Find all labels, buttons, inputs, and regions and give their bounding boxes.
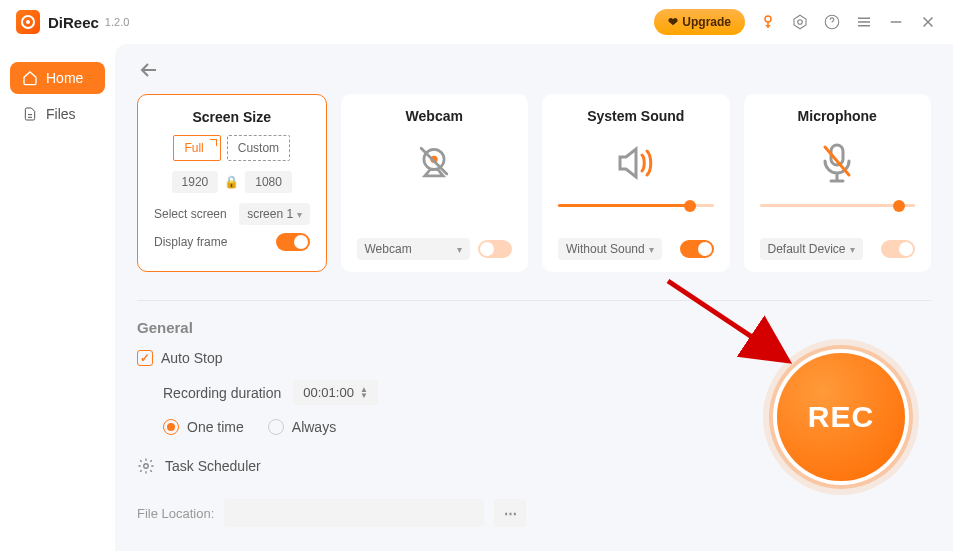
chevron-down-icon: ▾ [850, 244, 855, 255]
svg-point-0 [765, 16, 771, 22]
general-section-title: General [137, 319, 931, 336]
height-value[interactable]: 1080 [245, 171, 292, 193]
duration-spinner[interactable]: ▲▼ [360, 387, 368, 399]
webcam-off-icon [412, 141, 456, 185]
svg-marker-1 [794, 15, 806, 29]
upgrade-button[interactable]: ❤ Upgrade [654, 9, 745, 35]
always-radio[interactable]: Always [268, 419, 336, 435]
task-scheduler-label[interactable]: Task Scheduler [165, 458, 261, 474]
svg-point-2 [798, 20, 803, 25]
auto-stop-checkbox[interactable] [137, 350, 153, 366]
webcam-select[interactable]: Webcam▾ [357, 238, 471, 260]
key-icon[interactable] [759, 13, 777, 31]
file-browse-button[interactable]: ⋯ [494, 499, 526, 527]
system-sound-slider[interactable] [558, 204, 714, 207]
microphone-toggle[interactable] [881, 240, 915, 258]
sidebar-item-home[interactable]: Home [10, 62, 105, 94]
chevron-down-icon: ▾ [297, 209, 302, 220]
custom-size-button[interactable]: Custom [227, 135, 290, 161]
minimize-icon[interactable] [887, 13, 905, 31]
back-arrow-icon[interactable] [137, 58, 161, 82]
speaker-icon [612, 141, 660, 185]
main-panel: Screen Size Full Custom 1920 🔒 1080 Sele… [115, 44, 953, 551]
home-label: Home [46, 70, 83, 86]
full-size-button[interactable]: Full [173, 135, 220, 161]
screen-size-title: Screen Size [154, 109, 310, 125]
width-value[interactable]: 1920 [172, 171, 219, 193]
app-logo [16, 10, 40, 34]
heart-icon: ❤ [668, 15, 678, 29]
divider [137, 300, 931, 301]
microphone-card[interactable]: Microphone Default Device▾ [744, 94, 932, 272]
system-sound-toggle[interactable] [680, 240, 714, 258]
auto-stop-label: Auto Stop [161, 350, 223, 366]
system-sound-select[interactable]: Without Sound▾ [558, 238, 662, 260]
display-frame-label: Display frame [154, 235, 227, 249]
app-version: 1.2.0 [105, 16, 129, 28]
webcam-toggle[interactable] [478, 240, 512, 258]
upgrade-label: Upgrade [682, 15, 731, 29]
sidebar-item-files[interactable]: Files [10, 98, 105, 130]
chevron-down-icon: ▾ [457, 244, 462, 255]
menu-icon[interactable] [855, 13, 873, 31]
sidebar: Home Files [0, 44, 115, 551]
app-name: DiReec [48, 14, 99, 31]
lock-icon[interactable]: 🔒 [224, 175, 239, 189]
microphone-slider[interactable] [760, 204, 916, 207]
screen-size-card[interactable]: Screen Size Full Custom 1920 🔒 1080 Sele… [137, 94, 327, 272]
screen-select[interactable]: screen 1 ▾ [239, 203, 309, 225]
webcam-title: Webcam [357, 108, 513, 124]
recording-duration-label: Recording duration [163, 385, 281, 401]
system-sound-title: System Sound [558, 108, 714, 124]
microphone-title: Microphone [760, 108, 916, 124]
microphone-select[interactable]: Default Device▾ [760, 238, 863, 260]
close-icon[interactable] [919, 13, 937, 31]
settings-hex-icon[interactable] [791, 13, 809, 31]
display-frame-toggle[interactable] [276, 233, 310, 251]
files-label: Files [46, 106, 76, 122]
home-icon [22, 70, 38, 86]
chevron-down-icon: ▾ [649, 244, 654, 255]
one-time-radio[interactable]: One time [163, 419, 244, 435]
help-icon[interactable] [823, 13, 841, 31]
recording-duration-input[interactable]: 00:01:00 ▲▼ [293, 380, 378, 405]
webcam-card[interactable]: Webcam Webcam▾ [341, 94, 529, 272]
svg-point-7 [144, 464, 149, 469]
titlebar: DiReec 1.2.0 ❤ Upgrade [0, 0, 953, 44]
select-screen-label: Select screen [154, 207, 227, 221]
system-sound-card[interactable]: System Sound Without Sound▾ [542, 94, 730, 272]
gear-icon[interactable] [137, 457, 155, 475]
file-location-input[interactable] [224, 499, 484, 527]
files-icon [22, 106, 38, 122]
mic-off-icon [817, 141, 857, 185]
record-button[interactable]: REC [777, 353, 905, 481]
file-location-label: File Location: [137, 506, 214, 521]
